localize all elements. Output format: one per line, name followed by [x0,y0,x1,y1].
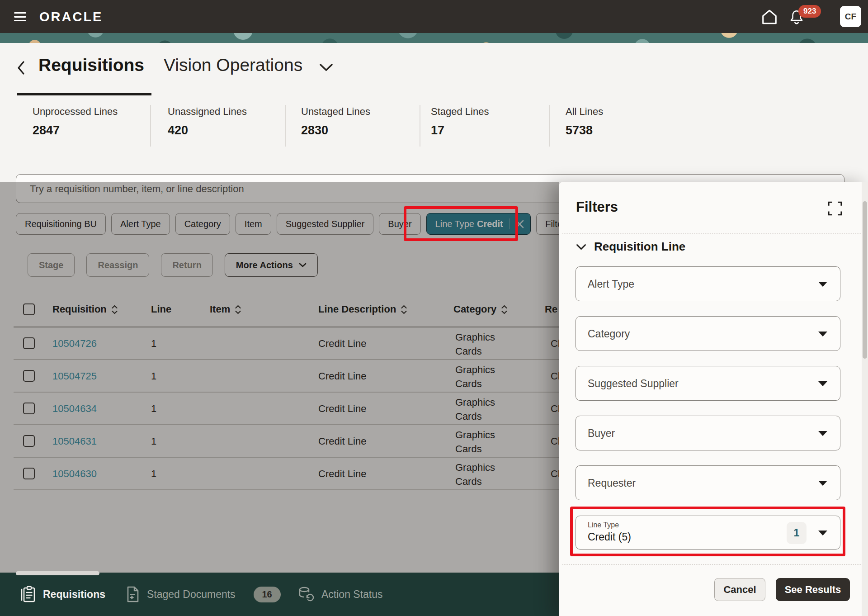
section-label: Requisition Line [594,240,685,254]
bottom-nav-action-status[interactable]: Action Status [297,573,383,616]
stat-label: Staged Lines [431,106,489,118]
stat-divider [549,105,550,147]
filter-field-suggested-supplier[interactable]: Suggested Supplier [576,366,840,401]
stat-value: 420 [168,123,247,137]
home-icon[interactable] [761,9,778,25]
stat-value: 2830 [301,123,370,137]
active-tab-underline [17,93,151,95]
stat-all-lines[interactable]: All Lines5738 [566,106,603,137]
top-app-bar: ORACLE 923 CF [0,0,868,33]
filter-field-buyer[interactable]: Buyer [576,416,840,450]
stat-value: 5738 [566,123,603,137]
stat-value: 17 [431,123,489,137]
cancel-button[interactable]: Cancel [714,578,765,601]
oracle-logo: ORACLE [39,9,103,24]
bottom-nav-label: Action Status [321,588,383,601]
filter-field-category[interactable]: Category [576,316,840,351]
dropdown-caret-icon [818,431,827,436]
stat-label: Unprocessed Lines [33,106,118,118]
filter-field-label: Requester [588,477,636,489]
stat-unstaged-lines[interactable]: Unstaged Lines2830 [301,106,370,137]
annotation-highlight-chip [404,206,518,241]
expand-panel-icon[interactable] [827,201,843,216]
hamburger-menu-icon[interactable] [14,12,26,21]
panel-divider [562,233,863,234]
panel-divider [562,564,863,565]
filter-field-label: Buyer [588,427,615,439]
stat-label: Unstaged Lines [301,106,370,118]
user-avatar[interactable]: CF [840,6,861,27]
stat-divider [285,105,286,147]
page-title: Requisitions [38,55,144,75]
stat-value: 2847 [33,123,118,137]
stat-label: Unassigned Lines [168,106,247,118]
filter-field-alert-type[interactable]: Alert Type [576,266,840,301]
notification-count-badge: 923 [798,5,821,18]
dropdown-caret-icon [818,381,827,386]
stat-unprocessed-lines[interactable]: Unprocessed Lines2847 [33,106,118,137]
stat-unassigned-lines[interactable]: Unassigned Lines420 [168,106,247,137]
stat-divider [150,105,151,147]
stat-staged-lines[interactable]: Staged Lines17 [431,106,489,137]
dropdown-caret-icon [818,332,827,336]
filter-field-label: Alert Type [588,278,634,290]
chevron-down-icon [576,244,586,250]
section-requisition-line[interactable]: Requisition Line [576,240,685,254]
filters-panel-title: Filters [576,199,618,215]
filter-field-label: Suggested Supplier [588,377,679,389]
annotation-highlight-line-type [570,507,845,556]
staged-documents-icon [125,586,140,603]
stat-divider [420,105,420,147]
bottom-nav-label: Requisitions [43,588,105,601]
filter-field-label: Category [588,327,630,340]
requisitions-icon [20,586,36,603]
action-status-icon [297,586,314,603]
bottom-nav-label: Staged Documents [147,588,236,601]
staged-documents-count-badge: 16 [254,587,281,602]
decorative-banner [0,33,868,43]
bottom-nav-staged-documents[interactable]: Staged Documents16 [125,573,281,616]
dropdown-caret-icon [818,481,827,486]
stat-label: All Lines [566,106,603,118]
chevron-down-icon[interactable] [319,63,333,72]
see-results-button[interactable]: See Results [776,578,850,601]
horizontal-scrollbar-thumb[interactable] [16,571,99,575]
filter-field-requester[interactable]: Requester [576,465,840,500]
back-chevron-icon[interactable] [16,61,26,75]
bottom-nav-requisitions[interactable]: Requisitions [20,573,105,616]
business-unit-selector[interactable]: Vision Operations [164,55,302,75]
panel-scrollbar-thumb[interactable] [863,201,867,359]
dropdown-caret-icon [818,282,827,287]
